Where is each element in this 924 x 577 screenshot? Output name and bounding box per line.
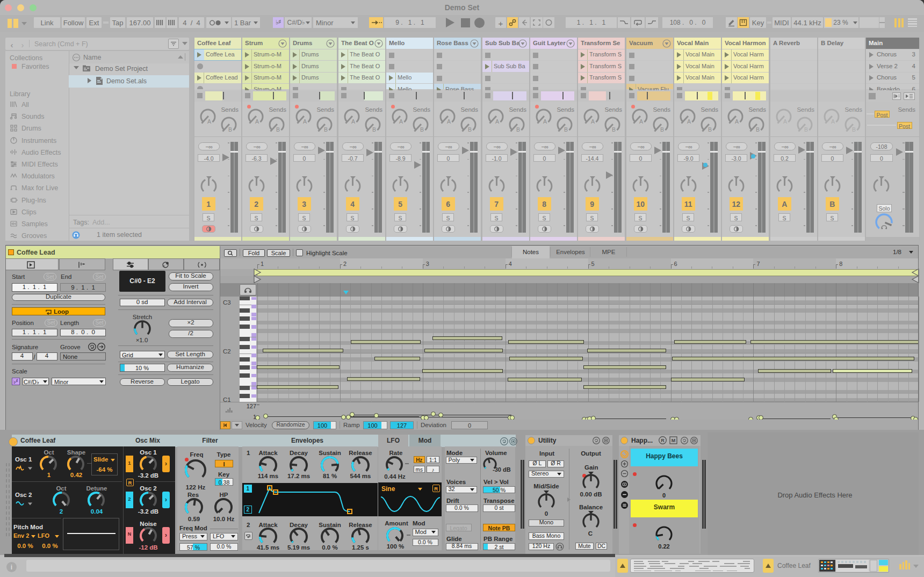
svg-text:M: M: [672, 438, 676, 443]
svg-text:R: R: [661, 438, 665, 443]
